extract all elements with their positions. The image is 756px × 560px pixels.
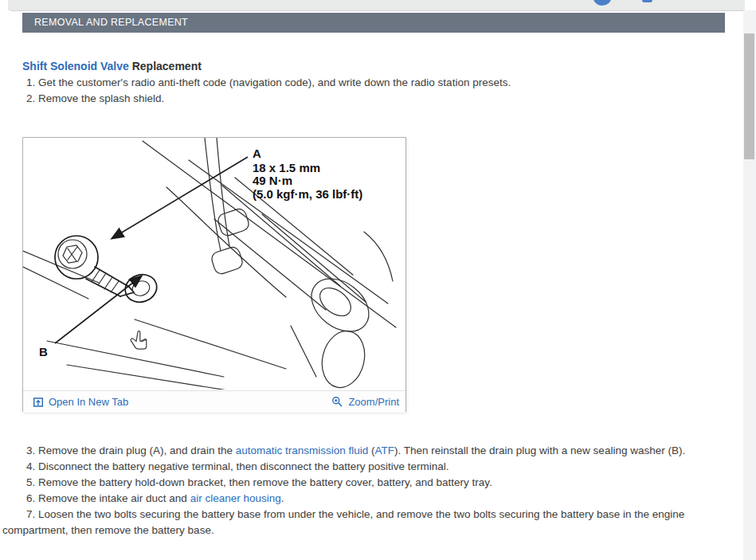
scrollbar-thumb[interactable] — [744, 33, 754, 159]
step-number: 3. — [26, 444, 38, 456]
step-text: Disconnect the battery negative terminal… — [38, 460, 449, 472]
step-number: 2. — [26, 92, 38, 104]
callout-label-b: B — [39, 345, 48, 358]
clipped-blue-circle-icon[interactable] — [593, 0, 612, 6]
step-number: 1. — [26, 76, 38, 88]
page-title: Shift Solenoid Valve Replacement — [22, 60, 202, 72]
open-in-new-tab-icon — [33, 397, 44, 408]
zoom-print-label: Zoom/Print — [348, 396, 399, 408]
figure-card: A 18 x 1.5 mm 49 N·m (5.0 kgf·m, 36 lbf·… — [22, 137, 406, 412]
step-text: ). Then reinstall the drain plug with a … — [394, 444, 685, 456]
magnifier-plus-icon — [331, 396, 343, 408]
procedure-step: 4. Disconnect the battery negative termi… — [2, 459, 729, 475]
procedure-step: 3. Remove the drain plug (A), and drain … — [2, 443, 729, 459]
section-header-bar: REMOVAL AND REPLACEMENT — [22, 13, 725, 33]
figure-image[interactable]: A 18 x 1.5 mm 49 N·m (5.0 kgf·m, 36 lbf·… — [23, 138, 405, 390]
drain-plug-drawing — [55, 236, 134, 296]
steps-before-figure: 1. Get the customer's radio anti-theft c… — [2, 75, 738, 107]
transmission-diagram: A 18 x 1.5 mm 49 N·m (5.0 kgf·m, 36 lbf·… — [23, 138, 405, 390]
section-header-label: REMOVAL AND REPLACEMENT — [34, 17, 188, 28]
step-inline-link[interactable]: automatic transmission fluid — [236, 444, 369, 456]
procedure-step: 1. Get the customer's radio anti-theft c… — [2, 75, 738, 91]
step-text: Remove the battery hold-down bracket, th… — [38, 476, 492, 488]
open-in-new-tab-link[interactable]: Open In New Tab — [33, 396, 128, 408]
torque-nm-label: 49 N·m — [253, 174, 292, 187]
sealing-washer-drawing — [122, 271, 161, 307]
step-number: 6. — [26, 492, 38, 504]
title-topic: Shift Solenoid Valve — [22, 60, 129, 72]
torque-alt-label: (5.0 kgf·m, 36 lbf·ft) — [253, 187, 362, 201]
top-toolbar-strip — [8, 0, 745, 11]
step-inline-link[interactable]: air cleaner housing — [190, 492, 281, 504]
transmission-housing-drawing — [23, 138, 396, 390]
step-text: Remove the splash shield. — [38, 92, 164, 104]
step-inline-link[interactable]: ATF — [374, 444, 394, 456]
step-text: . — [281, 492, 284, 504]
title-suffix: Replacement — [132, 60, 202, 72]
open-in-new-tab-label: Open In New Tab — [49, 396, 128, 408]
step-number: 4. — [26, 460, 38, 472]
step-text: Loosen the two bolts securing the batter… — [2, 508, 684, 536]
hand-cursor-icon — [131, 331, 147, 350]
vertical-scrollbar[interactable] — [743, 10, 756, 560]
step-text: Get the customer's radio anti-theft code… — [38, 76, 511, 88]
step-text: Remove the drain plug (A), and drain the — [38, 444, 236, 456]
zoom-print-link[interactable]: Zoom/Print — [331, 396, 399, 408]
procedure-step: 2. Remove the splash shield. — [2, 91, 738, 107]
leader-line-b — [55, 276, 141, 343]
procedure-step: 5. Remove the battery hold-down bracket,… — [2, 475, 729, 491]
clipped-blue-toolbar-icon[interactable] — [642, 0, 652, 2]
callout-label-a: A — [253, 147, 261, 160]
procedure-step: 7. Loosen the two bolts securing the bat… — [2, 507, 729, 538]
steps-after-figure: 3. Remove the drain plug (A), and drain … — [2, 443, 729, 538]
procedure-step: 6. Remove the intake air duct and air cl… — [2, 491, 729, 507]
step-number: 7. — [26, 508, 38, 520]
step-text: Remove the intake air duct and — [38, 492, 190, 504]
thread-spec-label: 18 x 1.5 mm — [253, 161, 320, 174]
figure-footer: Open In New Tab Zoom/Print — [23, 390, 405, 413]
step-number: 5. — [26, 476, 38, 488]
